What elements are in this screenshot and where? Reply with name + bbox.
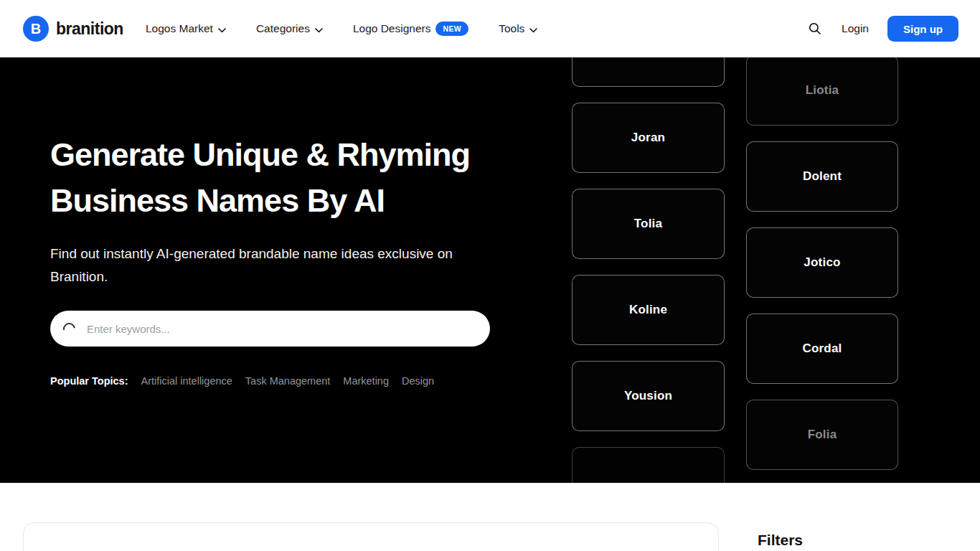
hero-subtitle: Find out instantly AI-generated brandabl…	[50, 242, 499, 288]
name-card-label: Joran	[631, 131, 665, 145]
brand-name: branition	[56, 19, 123, 39]
name-card-joran[interactable]: Joran	[572, 103, 725, 173]
topic-link-design[interactable]: Design	[402, 375, 434, 387]
popular-topics-label: Popular Topics:	[50, 375, 128, 387]
name-card-label: Cordal	[802, 342, 842, 356]
topic-link-artificial-intelligence[interactable]: Artificial intelligence	[141, 375, 232, 387]
nav-item-logos-market[interactable]: Logos Market	[146, 22, 226, 36]
name-card-label: Tolia	[634, 217, 662, 231]
header-right: Login Sign up	[807, 0, 958, 57]
new-badge: NEW	[435, 22, 468, 36]
name-card[interactable]	[572, 447, 725, 483]
search-icon[interactable]	[807, 21, 823, 37]
chevron-down-icon	[315, 23, 323, 36]
main-nav: Logos Market Categories Logo Designers N…	[146, 0, 537, 57]
nav-item-label: Tools	[499, 22, 524, 35]
name-card-koline[interactable]: Koline	[572, 275, 725, 345]
hero-title-line2: Business Names By AI	[50, 182, 385, 219]
name-card-folia[interactable]: Folia	[746, 400, 898, 470]
brand-logo-icon: B	[23, 16, 49, 42]
hero-section: Generate Unique & Rhyming Business Names…	[0, 57, 980, 483]
hero-title-line1: Generate Unique & Rhyming	[50, 136, 470, 173]
name-card-label: Jotico	[804, 255, 840, 270]
name-card-liotia[interactable]: Liotia	[746, 57, 898, 126]
name-card-cordal[interactable]: Cordal	[746, 314, 898, 384]
popular-topics: Popular Topics: Artificial intelligence …	[50, 375, 434, 387]
nav-item-label: Logos Market	[146, 22, 213, 35]
name-card-label: Dolent	[803, 169, 842, 184]
filters-title: Filters	[758, 532, 803, 549]
header: B branition Logos Market Categories Logo…	[0, 0, 980, 57]
keyword-input[interactable]	[87, 323, 477, 335]
nav-item-categories[interactable]: Categories	[256, 22, 323, 36]
login-link[interactable]: Login	[842, 22, 869, 35]
hero-title: Generate Unique & Rhyming Business Names…	[50, 132, 470, 224]
name-card-label: Folia	[808, 428, 837, 442]
signup-button[interactable]: Sign up	[887, 16, 958, 42]
loading-spinner-icon	[61, 320, 78, 337]
keyword-searchbar[interactable]	[50, 311, 490, 347]
topic-link-task-management[interactable]: Task Management	[245, 375, 330, 387]
brand-logo[interactable]: B branition	[23, 0, 123, 57]
name-card-tolia[interactable]: Tolia	[572, 189, 725, 259]
topic-link-marketing[interactable]: Marketing	[343, 375, 389, 387]
nav-item-tools[interactable]: Tools	[499, 22, 537, 36]
results-card	[23, 522, 719, 551]
nav-item-logo-designers[interactable]: Logo Designers NEW	[353, 22, 468, 36]
name-card[interactable]	[572, 57, 725, 87]
name-card-label: Koline	[629, 303, 667, 317]
chevron-down-icon	[218, 23, 226, 36]
name-card-dolent[interactable]: Dolent	[746, 141, 898, 212]
name-card-label: Yousion	[624, 389, 672, 403]
name-card-yousion[interactable]: Yousion	[572, 361, 725, 431]
nav-item-label: Logo Designers	[353, 22, 431, 35]
results-section: Filters	[0, 483, 980, 551]
name-card-label: Liotia	[806, 83, 839, 98]
chevron-down-icon	[529, 23, 537, 36]
nav-item-label: Categories	[256, 22, 310, 35]
brand-logo-letter: B	[31, 21, 41, 37]
name-card-jotico[interactable]: Jotico	[746, 227, 898, 298]
